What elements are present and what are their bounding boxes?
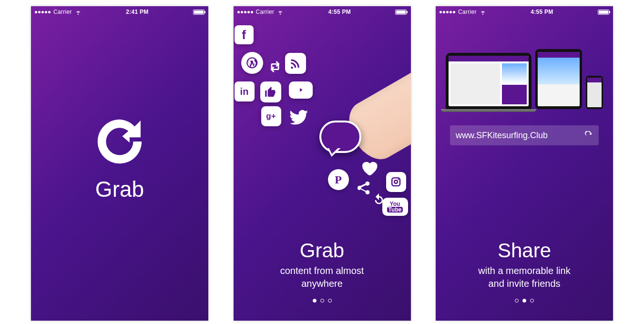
svg-point-1 <box>394 181 398 184</box>
like-thumb-icon <box>260 81 281 102</box>
app-name: Grab <box>95 176 144 202</box>
linkedin-icon: in <box>235 81 255 101</box>
youtube-text-icon: YouTube <box>382 198 408 216</box>
carrier-label: Carrier <box>256 9 275 15</box>
pinterest-icon: P <box>328 169 349 190</box>
onboarding-subtitle: with a memorable link and invite friends <box>436 264 613 290</box>
wifi-icon <box>480 9 486 15</box>
battery-icon <box>395 10 407 15</box>
tablet-mockup <box>535 49 582 109</box>
page-indicator[interactable] <box>436 299 613 303</box>
device-mockups <box>443 49 605 109</box>
onboarding-screen-grab[interactable]: Carrier 4:55 PM f in g+ <box>234 6 411 321</box>
page-dot-2[interactable] <box>522 299 526 303</box>
hand-illustration <box>339 69 411 168</box>
status-bar: Carrier 4:55 PM <box>234 6 411 18</box>
rss-icon <box>285 53 306 74</box>
retweet-icon <box>267 59 283 75</box>
grab-logo-icon <box>93 115 146 168</box>
instagram-icon <box>386 172 406 192</box>
onboarding-subtitle: content from almost anywhere <box>234 264 411 290</box>
share-icon <box>355 179 372 196</box>
google-plus-icon: g+ <box>261 106 281 126</box>
onboarding-screen-share[interactable]: Carrier 4:55 PM <box>436 6 613 321</box>
onboarding-title: Share <box>436 241 613 261</box>
signal-icon <box>440 11 455 13</box>
battery-icon <box>598 10 609 15</box>
heart-icon <box>358 158 380 178</box>
page-indicator[interactable] <box>234 299 411 303</box>
status-bar: Carrier 4:55 PM <box>436 6 613 18</box>
page-dot-3[interactable] <box>530 299 534 303</box>
status-time: 4:55 PM <box>328 9 351 15</box>
splash-screen: Carrier 2:41 PM Grab <box>31 6 208 321</box>
page-dot-3[interactable] <box>328 299 332 303</box>
page-dot-2[interactable] <box>320 299 324 303</box>
share-url-text: www.SFKitesurfing.Club <box>456 131 548 141</box>
wordpress-icon <box>241 52 263 74</box>
svg-point-2 <box>398 179 399 180</box>
status-time: 4:55 PM <box>531 9 553 15</box>
page-dot-1[interactable] <box>313 299 317 303</box>
twitter-icon <box>288 106 310 128</box>
phone-mockup <box>586 76 603 109</box>
share-url-display: www.SFKitesurfing.Club <box>450 125 599 145</box>
youtube-play-icon <box>289 81 313 99</box>
onboarding-title: Grab <box>234 241 411 261</box>
facebook-icon: f <box>235 25 254 44</box>
laptop-mockup <box>446 53 532 109</box>
wifi-icon <box>277 9 284 15</box>
signal-icon <box>237 11 253 13</box>
carrier-label: Carrier <box>458 9 477 15</box>
page-dot-1[interactable] <box>515 299 519 303</box>
social-icon-swarm: f in g+ P <box>234 20 411 225</box>
speech-bubble-icon <box>319 121 361 153</box>
refresh-icon <box>584 131 593 140</box>
